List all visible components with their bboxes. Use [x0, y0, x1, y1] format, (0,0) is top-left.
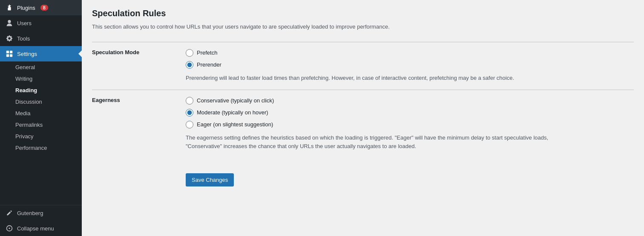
- sidebar-item-tools[interactable]: Tools: [0, 31, 82, 46]
- sidebar-bottom: Gutenberg Collapse menu: [0, 205, 82, 236]
- speculation-mode-label: Speculation Mode: [92, 42, 186, 90]
- eager-label: Eager (on slightest suggestion): [197, 121, 273, 128]
- gutenberg-icon: [5, 209, 14, 217]
- tools-icon: [5, 34, 14, 43]
- prerender-radio-label[interactable]: Prerender: [186, 61, 634, 69]
- settings-table: Speculation Mode Prefetch Prerender Prer…: [92, 42, 634, 193]
- moderate-radio-label[interactable]: Moderate (typically on hover): [186, 109, 634, 117]
- main-content: Speculation Rules This section allows yo…: [82, 0, 644, 236]
- eagerness-row: Eagerness Conservative (typically on cli…: [92, 90, 634, 158]
- conservative-radio[interactable]: [186, 97, 193, 105]
- submenu-item-writing[interactable]: Writing: [0, 73, 82, 84]
- sidebar-item-collapse[interactable]: Collapse menu: [0, 221, 82, 236]
- speculation-mode-options: Prefetch Prerender Prerendering will lea…: [186, 42, 634, 90]
- sidebar: Plugins 8 Users Tools Settings General W…: [0, 0, 82, 236]
- eagerness-label: Eagerness: [92, 90, 186, 158]
- prefetch-radio[interactable]: [186, 49, 193, 57]
- collapse-icon: [5, 224, 14, 233]
- eager-radio[interactable]: [186, 121, 193, 128]
- sidebar-item-gutenberg-label: Gutenberg: [17, 210, 43, 216]
- svg-rect-2: [6, 54, 9, 57]
- plugins-icon: [5, 3, 14, 12]
- save-row: Save Changes: [92, 158, 634, 193]
- submenu-item-discussion[interactable]: Discussion: [0, 96, 82, 108]
- submenu-item-performance[interactable]: Performance: [0, 142, 82, 154]
- page-title: Speculation Rules: [92, 9, 634, 18]
- svg-rect-3: [10, 54, 12, 57]
- sidebar-item-plugins-label: Plugins: [17, 5, 35, 11]
- submenu-item-permalinks[interactable]: Permalinks: [0, 119, 82, 131]
- save-button[interactable]: Save Changes: [186, 173, 234, 186]
- sidebar-item-users-label: Users: [17, 20, 32, 26]
- sidebar-item-users[interactable]: Users: [0, 15, 82, 31]
- plugins-badge: 8: [40, 5, 48, 11]
- section-description: This section allows you to control how U…: [92, 23, 634, 32]
- speculation-mode-help: Prerendering will lead to faster load ti…: [186, 74, 569, 83]
- prerender-radio[interactable]: [186, 61, 193, 69]
- users-icon: [5, 19, 14, 27]
- submenu-item-media[interactable]: Media: [0, 108, 82, 119]
- prefetch-radio-label[interactable]: Prefetch: [186, 49, 634, 57]
- settings-icon: [5, 50, 14, 58]
- sidebar-item-plugins[interactable]: Plugins 8: [0, 0, 82, 15]
- prefetch-label: Prefetch: [197, 50, 217, 56]
- svg-rect-1: [10, 51, 12, 53]
- eagerness-options: Conservative (typically on click) Modera…: [186, 90, 634, 158]
- moderate-radio[interactable]: [186, 109, 193, 117]
- submenu-item-privacy[interactable]: Privacy: [0, 131, 82, 142]
- submenu-item-reading[interactable]: Reading: [0, 84, 82, 96]
- save-spacer: [92, 158, 186, 193]
- speculation-mode-radio-group: Prefetch Prerender: [186, 49, 634, 69]
- settings-arrow-indicator: [78, 50, 82, 57]
- conservative-label: Conservative (typically on click): [197, 97, 274, 104]
- eager-radio-label[interactable]: Eager (on slightest suggestion): [186, 121, 634, 128]
- conservative-radio-label[interactable]: Conservative (typically on click): [186, 97, 634, 105]
- moderate-label: Moderate (typically on hover): [197, 109, 268, 116]
- svg-rect-0: [6, 51, 9, 53]
- sidebar-item-gutenberg[interactable]: Gutenberg: [0, 205, 82, 221]
- sidebar-item-settings[interactable]: Settings: [0, 46, 82, 61]
- sidebar-item-settings-label: Settings: [17, 51, 37, 57]
- save-cell: Save Changes: [186, 158, 634, 193]
- submenu-item-general[interactable]: General: [0, 61, 82, 73]
- speculation-mode-row: Speculation Mode Prefetch Prerender Prer…: [92, 42, 634, 90]
- sidebar-item-tools-label: Tools: [17, 35, 30, 42]
- prerender-label: Prerender: [197, 61, 221, 68]
- eagerness-radio-group: Conservative (typically on click) Modera…: [186, 97, 634, 128]
- sidebar-item-collapse-label: Collapse menu: [17, 225, 54, 232]
- eagerness-help: The eagerness setting defines the heuris…: [186, 134, 569, 152]
- settings-submenu: General Writing Reading Discussion Media…: [0, 61, 82, 154]
